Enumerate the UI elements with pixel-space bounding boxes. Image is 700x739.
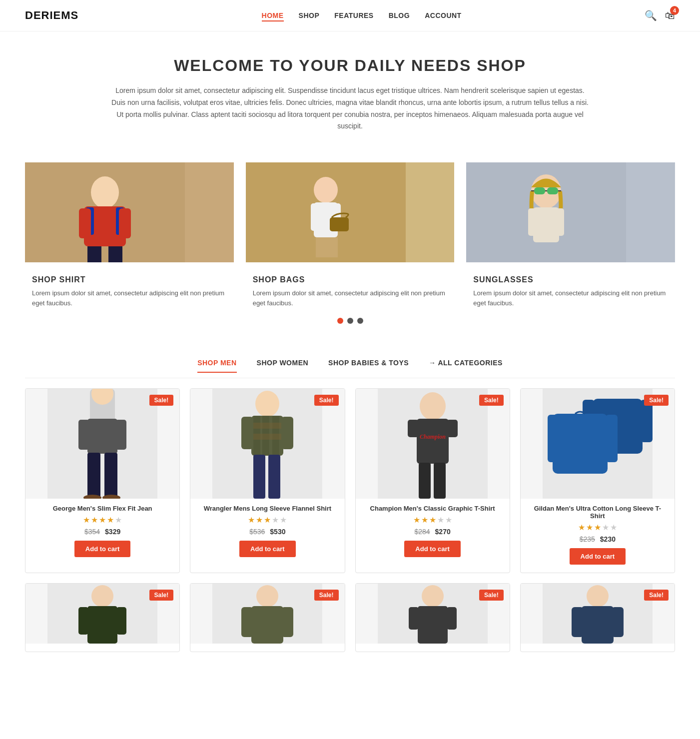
category-title-sunglasses: SUNGLASSES bbox=[473, 275, 668, 284]
nav-link-blog[interactable]: BLOG bbox=[389, 11, 410, 19]
sale-badge-6: Sale! bbox=[314, 590, 339, 601]
product-card-2: Sale! bbox=[190, 388, 345, 573]
product-card-1: Sale! bbox=[25, 388, 180, 573]
nav-link-home[interactable]: HOME bbox=[262, 11, 284, 21]
svg-rect-45 bbox=[251, 423, 283, 429]
category-desc-sunglasses: Lorem ipsum dolor sit amet, consectetur … bbox=[473, 288, 668, 308]
carousel-dot-1[interactable] bbox=[337, 318, 343, 324]
svg-text:Champion: Champion bbox=[420, 433, 446, 440]
product-card-5: Sale! bbox=[25, 583, 180, 652]
svg-point-77 bbox=[422, 585, 444, 607]
star-1-4: ★ bbox=[107, 515, 114, 525]
cart-badge: 4 bbox=[670, 6, 679, 15]
svg-rect-62 bbox=[641, 400, 653, 442]
nav-list: HOME SHOP FEATURES BLOG ACCOUNT bbox=[262, 11, 462, 20]
tab-all-categories[interactable]: ALL CATEGORIES bbox=[429, 359, 503, 373]
product-image-5: Sale! bbox=[25, 584, 179, 644]
nav-link-account[interactable]: ACCOUNT bbox=[425, 11, 462, 19]
star-4-5: ★ bbox=[610, 523, 617, 532]
add-to-cart-button-4[interactable]: Add to cart bbox=[570, 548, 626, 565]
svg-rect-48 bbox=[281, 417, 293, 449]
product-card-6: Sale! bbox=[190, 583, 345, 652]
nav-item-shop[interactable]: SHOP bbox=[299, 11, 320, 20]
star-2-4: ★ bbox=[272, 515, 279, 525]
star-1-1: ★ bbox=[83, 515, 90, 525]
product-card-3: Sale! Champion Champion Men's bbox=[355, 388, 510, 573]
category-card-bags[interactable]: SHOP BAGS Lorem ipsum dolor sit amet, co… bbox=[246, 162, 455, 308]
svg-rect-46 bbox=[251, 434, 283, 440]
svg-rect-9 bbox=[87, 246, 101, 262]
new-price-3: $270 bbox=[435, 528, 451, 536]
tab-shop-babies-toys[interactable]: SHOP BABIES & TOYS bbox=[328, 359, 409, 373]
star-3-5: ★ bbox=[445, 515, 452, 525]
svg-rect-47 bbox=[241, 417, 253, 449]
svg-rect-14 bbox=[311, 203, 320, 231]
svg-rect-18 bbox=[327, 237, 338, 257]
add-to-cart-button-2[interactable]: Add to cart bbox=[239, 541, 296, 557]
svg-rect-65 bbox=[606, 415, 618, 462]
svg-rect-27 bbox=[528, 208, 537, 236]
product-image-7: Sale! bbox=[356, 584, 510, 644]
tab-shop-women[interactable]: SHOP WOMEN bbox=[257, 359, 309, 373]
star-4-1: ★ bbox=[578, 523, 585, 532]
price-row-1: $354 $329 bbox=[32, 528, 172, 536]
star-1-2: ★ bbox=[91, 515, 98, 525]
price-row-4: $235 $230 bbox=[528, 535, 668, 543]
category-grid: SHOP SHIRT Lorem ipsum dolor sit amet, c… bbox=[25, 162, 675, 308]
svg-point-67 bbox=[91, 585, 113, 607]
svg-rect-83 bbox=[582, 606, 614, 644]
svg-rect-78 bbox=[418, 606, 448, 644]
nav-item-account[interactable]: ACCOUNT bbox=[425, 11, 462, 20]
add-to-cart-button-3[interactable]: Add to cart bbox=[404, 541, 461, 557]
category-card-sunglasses[interactable]: SUNGLASSES Lorem ipsum dolor sit amet, c… bbox=[466, 162, 675, 308]
product-info-4: Gildan Men's Ultra Cotton Long Sleeve T-… bbox=[521, 499, 675, 565]
svg-rect-79 bbox=[409, 607, 419, 630]
category-card-shirt[interactable]: SHOP SHIRT Lorem ipsum dolor sit amet, c… bbox=[25, 162, 234, 308]
svg-rect-70 bbox=[116, 607, 126, 635]
svg-rect-68 bbox=[87, 606, 117, 644]
sale-badge-5: Sale! bbox=[149, 590, 174, 601]
svg-rect-32 bbox=[87, 419, 117, 454]
nav-item-features[interactable]: FEATURES bbox=[334, 11, 373, 20]
svg-rect-21 bbox=[534, 187, 545, 194]
carousel-dot-3[interactable] bbox=[357, 318, 363, 324]
svg-rect-55 bbox=[408, 420, 419, 437]
svg-rect-74 bbox=[241, 607, 253, 637]
nav-link-features[interactable]: FEATURES bbox=[334, 11, 373, 19]
products-section: Sale! bbox=[0, 378, 700, 662]
nav-item-home[interactable]: HOME bbox=[262, 11, 284, 20]
product-name-3: Champion Men's Classic Graphic T-Shirt bbox=[363, 505, 503, 512]
add-to-cart-button-1[interactable]: Add to cart bbox=[74, 541, 131, 557]
cart-icon-wrap[interactable]: 🛍 4 bbox=[665, 10, 675, 21]
product-card-8: Sale! bbox=[520, 583, 675, 652]
carousel-dots bbox=[25, 318, 675, 324]
old-price-3: $284 bbox=[415, 528, 430, 536]
sale-badge-1: Sale! bbox=[149, 395, 174, 406]
hero-title: WELCOME TO YOUR DAILY NEEDS SHOP bbox=[50, 56, 650, 75]
products-grid: Sale! bbox=[25, 388, 675, 573]
carousel-dot-2[interactable] bbox=[347, 318, 353, 324]
svg-rect-58 bbox=[434, 463, 446, 499]
star-4-2: ★ bbox=[586, 523, 593, 532]
svg-rect-16 bbox=[330, 217, 349, 231]
svg-point-12 bbox=[314, 177, 338, 203]
star-4-3: ★ bbox=[594, 523, 601, 532]
product-image-6: Sale! bbox=[190, 584, 344, 644]
category-desc-shirt: Lorem ipsum dolor sit amet, consectetur … bbox=[32, 288, 227, 308]
star-rating-3: ★ ★ ★ ★ ★ bbox=[363, 515, 503, 525]
product-image-1: Sale! bbox=[25, 389, 179, 499]
search-icon[interactable]: 🔍 bbox=[645, 9, 657, 21]
svg-rect-34 bbox=[115, 420, 126, 450]
star-1-3: ★ bbox=[99, 515, 106, 525]
nav-link-shop[interactable]: SHOP bbox=[299, 11, 320, 19]
svg-point-40 bbox=[255, 391, 279, 417]
category-title-bags: SHOP BAGS bbox=[253, 275, 448, 284]
svg-point-52 bbox=[420, 392, 446, 420]
category-image-shirt bbox=[25, 162, 234, 262]
nav-item-blog[interactable]: BLOG bbox=[389, 11, 410, 20]
product-name-2: Wrangler Mens Long Sleeve Flannel Shirt bbox=[197, 505, 337, 512]
category-image-sunglasses bbox=[466, 162, 675, 262]
svg-rect-53 bbox=[417, 419, 449, 464]
header-icons: 🔍 🛍 4 bbox=[645, 9, 675, 21]
tab-shop-men[interactable]: SHOP MEN bbox=[197, 359, 236, 373]
